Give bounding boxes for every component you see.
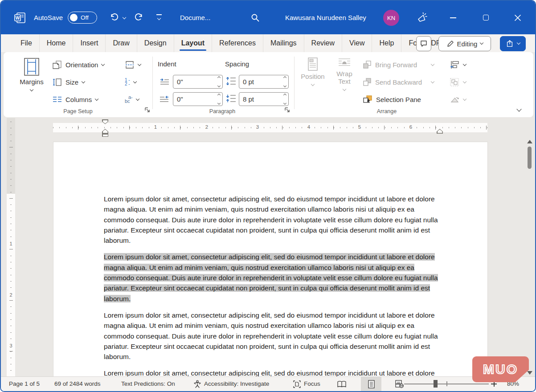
quick-access-chevron-icon[interactable] bbox=[157, 16, 161, 20]
vertical-ruler-number: 3 bbox=[7, 343, 15, 348]
paragraph-dialog-launcher[interactable] bbox=[284, 107, 291, 113]
size-button[interactable]: Size bbox=[53, 74, 104, 90]
margins-button[interactable]: Margins bbox=[16, 57, 47, 91]
group-icon bbox=[450, 78, 460, 86]
breaks-button[interactable] bbox=[125, 57, 141, 72]
editing-mode-button[interactable]: Editing bbox=[438, 36, 491, 51]
size-chevron-icon bbox=[82, 79, 85, 83]
tab-insert[interactable]: Insert bbox=[73, 34, 106, 52]
tab-design[interactable]: Design bbox=[137, 34, 174, 52]
maximize-button[interactable] bbox=[483, 15, 489, 20]
pen-icon bbox=[446, 40, 454, 48]
share-icon bbox=[506, 40, 514, 48]
avatar[interactable]: KN bbox=[383, 10, 399, 26]
vertical-ruler-number: 1 bbox=[7, 241, 15, 246]
quick-access-overflow-icon[interactable] bbox=[156, 14, 162, 15]
coming-soon-megaphone-icon[interactable] bbox=[416, 12, 428, 24]
spacing-before-input[interactable]: 0 pt bbox=[239, 75, 289, 89]
tab-help[interactable]: Help bbox=[372, 34, 401, 52]
indent-left-input[interactable]: 0" bbox=[173, 75, 223, 89]
redo-icon[interactable] bbox=[135, 12, 144, 22]
title-bar: W AutoSave Off Docume... Kawusara Nurude… bbox=[1, 1, 535, 34]
share-button[interactable] bbox=[500, 36, 526, 51]
tab-file[interactable]: File bbox=[13, 34, 40, 52]
size-label: Size bbox=[65, 78, 78, 86]
tab-references[interactable]: References bbox=[212, 34, 263, 52]
word-logo-icon: W bbox=[14, 12, 26, 24]
indent-right-input[interactable]: 0" bbox=[173, 92, 223, 106]
user-name[interactable]: Kawusara Nurudeen Salley bbox=[285, 14, 366, 21]
wrap-text-label: Wrap Text bbox=[334, 70, 355, 85]
zoom-100-tick bbox=[446, 381, 447, 386]
send-backward-label: Send Backward bbox=[375, 78, 428, 86]
tab-draw[interactable]: Draw bbox=[106, 34, 137, 52]
columns-label: Columns bbox=[65, 96, 92, 103]
collapse-ribbon-chevron-icon[interactable] bbox=[517, 105, 521, 113]
position-label: Position bbox=[301, 73, 324, 80]
ruler-number: 6 bbox=[406, 124, 415, 130]
tab-layout[interactable]: Layout bbox=[174, 34, 212, 52]
spacing-before-spinner[interactable] bbox=[284, 77, 286, 87]
word-window: W AutoSave Off Docume... Kawusara Nurude… bbox=[0, 0, 536, 392]
document-title[interactable]: Docume... bbox=[180, 14, 210, 21]
spacing-after-input[interactable]: 8 pt bbox=[239, 92, 289, 106]
autosave-toggle[interactable]: Off bbox=[68, 12, 97, 24]
minimize-button[interactable] bbox=[450, 17, 456, 18]
spacing-before-icon bbox=[225, 77, 236, 86]
line-numbers-icon: 1 -2 - bbox=[125, 78, 130, 86]
ruler-half-ticks bbox=[78, 126, 487, 130]
tab-mailings[interactable]: Mailings bbox=[263, 34, 304, 52]
line-numbers-button[interactable]: 1 -2 - bbox=[125, 74, 141, 90]
comment-icon bbox=[420, 40, 428, 48]
page-number-status[interactable]: Page 1 of 5 bbox=[9, 380, 40, 387]
vertical-ruler-number: 2 bbox=[7, 292, 15, 298]
selection-pane-button[interactable]: Selection Pane bbox=[363, 92, 434, 107]
print-layout-button[interactable] bbox=[361, 377, 381, 391]
focus-toggle[interactable]: Focus bbox=[304, 380, 320, 387]
tab-home[interactable]: Home bbox=[40, 34, 74, 52]
document-text[interactable]: Lorem ipsum dolor sit amet, consectetur … bbox=[104, 194, 439, 392]
bring-forward-icon bbox=[363, 61, 372, 69]
columns-button[interactable]: Columns bbox=[53, 92, 104, 107]
zoom-slider-handle[interactable] bbox=[434, 380, 438, 388]
paragraph[interactable]: Lorem ipsum dolor sit amet, consectetur … bbox=[104, 310, 439, 362]
spacing-after-icon bbox=[225, 94, 236, 103]
spacing-after-spinner[interactable] bbox=[284, 94, 286, 104]
tab-review[interactable]: Review bbox=[304, 34, 342, 52]
paragraph-selected[interactable]: Lorem ipsum dolor sit amet, consectetur … bbox=[104, 252, 439, 303]
autosave-label: AutoSave bbox=[34, 14, 63, 21]
orientation-chevron-icon bbox=[101, 62, 105, 65]
hyphenation-icon: a-bc bbox=[125, 95, 133, 103]
orientation-button[interactable]: Orientation bbox=[53, 57, 104, 72]
comments-button[interactable] bbox=[416, 36, 431, 51]
indent-heading: Indent bbox=[158, 60, 176, 68]
undo-icon[interactable] bbox=[109, 12, 119, 22]
word-count-status[interactable]: 69 of 2484 words bbox=[54, 380, 101, 387]
left-indent-marker[interactable] bbox=[102, 134, 108, 137]
indent-right-spinner[interactable] bbox=[218, 94, 220, 104]
paragraph-group-label: Paragraph bbox=[158, 108, 287, 114]
page-setup-dialog-launcher[interactable] bbox=[144, 107, 151, 113]
search-icon[interactable] bbox=[250, 13, 260, 23]
hyphenation-button[interactable]: a-bc bbox=[125, 92, 141, 107]
scrollbar-up-arrow[interactable] bbox=[527, 140, 532, 143]
accessibility-icon[interactable] bbox=[193, 380, 201, 388]
focus-icon[interactable] bbox=[293, 380, 301, 388]
indent-left-spinner[interactable] bbox=[218, 77, 220, 87]
text-predictions-status[interactable]: Text Predictions: On bbox=[121, 380, 175, 387]
line-numbers-chevron-icon bbox=[133, 79, 136, 83]
selection-pane-label: Selection Pane bbox=[376, 96, 421, 103]
scrollbar-down-arrow[interactable] bbox=[527, 371, 532, 375]
paragraph[interactable]: Lorem ipsum dolor sit amet, consectetur … bbox=[104, 194, 439, 245]
align-button[interactable] bbox=[450, 57, 466, 72]
scrollbar-thumb[interactable] bbox=[528, 147, 532, 169]
close-button[interactable] bbox=[514, 14, 521, 21]
accessibility-status[interactable]: Accessibility: Investigate bbox=[204, 380, 269, 387]
tab-view[interactable]: View bbox=[342, 34, 372, 52]
position-icon bbox=[307, 57, 318, 71]
ruler-number: 1 bbox=[151, 124, 160, 130]
undo-chevron-icon[interactable] bbox=[123, 16, 126, 19]
zoom-out-button[interactable] bbox=[396, 384, 401, 384]
read-mode-button[interactable] bbox=[331, 377, 352, 391]
autosave-state: Off bbox=[81, 14, 89, 21]
